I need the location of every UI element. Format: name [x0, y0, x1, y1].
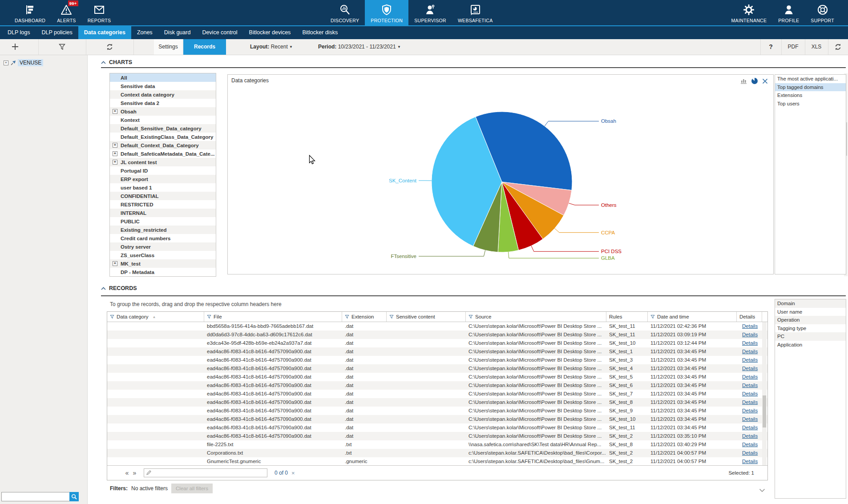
category-list-item[interactable]: PUBLIC — [110, 217, 216, 226]
filter-funnel-icon[interactable] — [389, 314, 394, 319]
table-row[interactable]: ead4ac86-f083-41c8-b616-4d757090a900.dat… — [107, 381, 767, 390]
table-row[interactable]: ead4ac86-f083-41c8-b616-4d757090a900.dat… — [107, 390, 767, 398]
details-link[interactable]: Details — [737, 398, 762, 407]
details-link[interactable]: Details — [737, 322, 762, 331]
category-list-item[interactable]: Credit card numbers — [110, 234, 216, 242]
column-header-source[interactable]: Source — [466, 312, 606, 322]
table-row[interactable]: dd0da6d3-97c8-4ddc-ba63-d609c17612c6.dat… — [107, 331, 767, 339]
view-tab-records[interactable]: Records — [183, 39, 226, 55]
tab-bitlocker-disks[interactable]: Bitlocker disks — [296, 26, 343, 39]
chart-option-item[interactable]: Top tagged domains — [775, 83, 846, 92]
category-list-item[interactable]: INTERNAL — [110, 209, 216, 217]
expand-icon[interactable]: + — [113, 151, 117, 156]
tree-expand-icon[interactable]: + — [4, 60, 8, 65]
table-row[interactable]: Corporations.txt.txtc:\Users\stepan.kola… — [107, 449, 767, 457]
tree-node-venuse[interactable]: + VENUSE — [4, 59, 43, 66]
category-list-item[interactable]: user based 1 — [110, 183, 216, 192]
nav-reports[interactable]: REPORTS — [82, 0, 117, 25]
category-list-item[interactable]: Context data category — [110, 90, 216, 99]
expand-icon[interactable]: + — [113, 143, 117, 148]
table-row[interactable]: ead4ac86-f083-41c8-b616-4d757090a900.dat… — [107, 398, 767, 407]
export-xls-button[interactable]: XLS — [805, 39, 828, 55]
sidebar-search-input[interactable] — [1, 492, 70, 501]
table-row[interactable]: e3dca43e-95df-428b-b59e-eb24a2a937a7.dat… — [107, 339, 767, 347]
records-section-header[interactable]: RECORDS — [101, 285, 137, 291]
table-row[interactable]: ead4ac86-f083-41c8-b616-4d757090a900.dat… — [107, 432, 767, 440]
filter-funnel-button[interactable] — [58, 43, 66, 51]
table-row[interactable]: ead4ac86-f083-41c8-b616-4d757090a900.dat… — [107, 364, 767, 373]
tab-zones[interactable]: Zones — [131, 26, 158, 39]
details-link[interactable]: Details — [737, 440, 762, 449]
category-list-item[interactable]: ZS_userClass — [110, 251, 216, 259]
records-option-item[interactable]: Application — [775, 341, 846, 349]
table-row[interactable]: bbd5658a-9156-414a-bbd9-7665adebb167.dat… — [107, 322, 767, 331]
view-tab-settings[interactable]: Settings — [154, 39, 182, 55]
clear-all-filters-button[interactable]: Clear all filters — [171, 484, 213, 493]
category-list-item[interactable]: ERP export — [110, 175, 216, 183]
record-search-input[interactable] — [144, 468, 267, 477]
help-button[interactable]: ? — [760, 39, 781, 55]
details-link[interactable]: Details — [737, 356, 762, 364]
period-selector[interactable]: Period: 10/23/2021 - 11/23/2021 ▼ — [318, 39, 401, 55]
filter-funnel-icon[interactable] — [207, 314, 211, 319]
nav-support[interactable]: SUPPORT — [805, 0, 840, 25]
records-option-item[interactable]: Operation — [775, 316, 846, 324]
details-link[interactable]: Details — [737, 373, 762, 381]
expand-icon[interactable]: + — [113, 109, 117, 114]
table-row[interactable]: ead4ac86-f083-41c8-b616-4d757090a900.dat… — [107, 347, 767, 356]
details-link[interactable]: Details — [737, 457, 762, 466]
column-header-date-and-time[interactable]: Date and time — [648, 312, 737, 322]
nav-protection[interactable]: PROTECTION — [365, 0, 408, 25]
refresh-left-button[interactable] — [106, 43, 113, 51]
table-row[interactable]: ead4ac86-f083-41c8-b616-4d757090a900.dat… — [107, 415, 767, 423]
filter-funnel-icon[interactable] — [345, 314, 349, 319]
details-link[interactable]: Details — [737, 331, 762, 339]
table-row[interactable]: file-2225.txt.txt\\nasa.safetica.com\sha… — [107, 440, 767, 449]
nav-maintenance[interactable]: MAINTENANCE — [726, 0, 773, 25]
bar-chart-view-icon[interactable] — [741, 78, 747, 84]
category-list-item[interactable]: CONFIDENTIAL — [110, 192, 216, 200]
sidebar-search-button[interactable] — [69, 492, 79, 501]
nav-discovery[interactable]: DISCOVERY — [325, 0, 365, 25]
details-link[interactable]: Details — [737, 381, 762, 390]
tab-device-control[interactable]: Device control — [196, 26, 243, 39]
category-list-item[interactable]: +Default_Context_Data_Category — [110, 141, 216, 149]
category-list-item[interactable]: All — [110, 73, 216, 82]
expand-icon[interactable]: + — [113, 261, 117, 266]
table-row[interactable]: ead4ac86-f083-41c8-b616-4d757090a900.dat… — [107, 423, 767, 432]
category-list-item[interactable]: Sensitive data 2 — [110, 99, 216, 107]
grid-scrollbar[interactable] — [762, 322, 767, 465]
tab-dlp-logs[interactable]: DLP logs — [2, 26, 36, 39]
filter-funnel-icon[interactable] — [650, 314, 655, 319]
records-option-item[interactable]: Tagging type — [775, 324, 846, 333]
nav-supervisor[interactable]: SUPERVISOR — [408, 0, 452, 25]
first-page-button[interactable]: « — [123, 469, 131, 476]
layout-selector[interactable]: Layout: Recent ▼ — [250, 39, 293, 55]
last-page-button[interactable]: » — [131, 469, 138, 476]
clear-search-icon[interactable]: × — [291, 470, 295, 476]
expand-icon[interactable]: + — [113, 160, 117, 165]
nav-alerts[interactable]: 99+ ALERTS — [51, 0, 81, 25]
category-list-item[interactable]: RESTRICTED — [110, 200, 216, 209]
scrollbar-thumb[interactable] — [763, 395, 766, 427]
export-pdf-button[interactable]: PDF — [781, 39, 805, 55]
nav-websafetica[interactable]: www WEBSAFETICA — [452, 0, 499, 25]
tab-bitlocker-devices[interactable]: Bitlocker devices — [243, 26, 297, 39]
table-row[interactable]: ead4ac86-f083-41c8-b616-4d757090a900.dat… — [107, 373, 767, 381]
category-list-item[interactable]: Default_ExistingClass_Data_Category — [110, 133, 216, 141]
details-link[interactable]: Details — [737, 364, 762, 373]
records-option-item[interactable]: PC — [775, 332, 846, 341]
category-list-item[interactable]: Sensitive data — [110, 82, 216, 90]
chart-option-item[interactable]: Top users — [775, 100, 846, 108]
nav-dashboard[interactable]: DASHBOARD — [9, 0, 51, 25]
details-link[interactable]: Details — [737, 415, 762, 423]
column-header-file[interactable]: File — [204, 312, 342, 322]
add-button[interactable] — [11, 42, 20, 51]
records-option-item[interactable]: User name — [775, 308, 846, 316]
refresh-right-button[interactable] — [834, 43, 842, 51]
column-header-data-category[interactable]: Data category▲ — [107, 312, 204, 322]
category-list-item[interactable]: +MK_test — [110, 259, 216, 268]
category-list-item[interactable]: Ostry server — [110, 242, 216, 251]
column-header-details[interactable]: Details — [737, 312, 762, 322]
column-header-rules[interactable]: Rules — [606, 312, 648, 322]
